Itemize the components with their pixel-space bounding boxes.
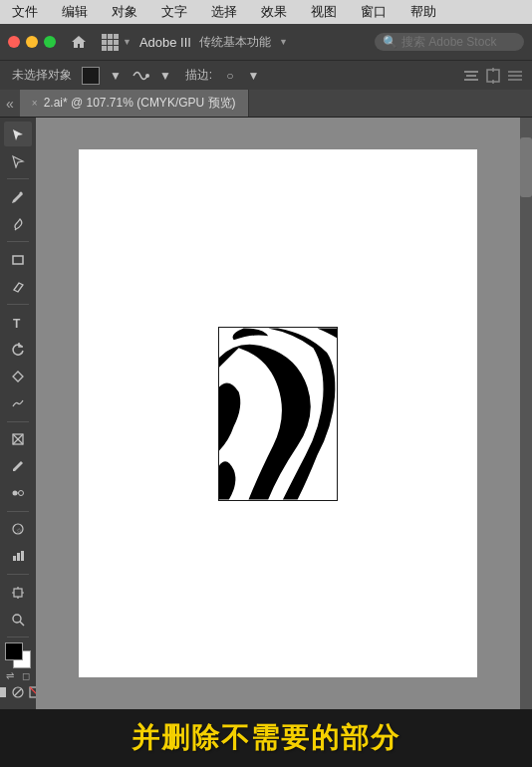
tab-scroll-left[interactable]: « bbox=[0, 90, 20, 117]
menu-view[interactable]: 视图 bbox=[307, 1, 341, 23]
menu-effect[interactable]: 效果 bbox=[257, 1, 291, 23]
properties-icon[interactable] bbox=[506, 67, 524, 85]
frame-tool-button[interactable] bbox=[4, 427, 32, 452]
minimize-window-button[interactable] bbox=[26, 36, 38, 48]
menu-object[interactable]: 对象 bbox=[108, 1, 141, 23]
rectangle-tool-button[interactable] bbox=[4, 247, 32, 272]
workspace-selector[interactable]: ▼ bbox=[102, 34, 132, 51]
close-window-button[interactable] bbox=[8, 36, 20, 48]
menu-help[interactable]: 帮助 bbox=[406, 1, 440, 23]
stroke-tool-icon[interactable] bbox=[132, 67, 149, 85]
direct-select-tool-button[interactable] bbox=[4, 148, 32, 173]
stock-search-input[interactable] bbox=[401, 35, 516, 49]
svg-rect-32 bbox=[0, 687, 6, 697]
bottom-text-overlay: 并删除不需要的部分 bbox=[0, 709, 532, 767]
artwork-container[interactable] bbox=[218, 327, 338, 501]
eyedropper-tool-button[interactable] bbox=[4, 454, 32, 479]
pen-tool-button[interactable] bbox=[4, 184, 32, 209]
menu-text[interactable]: 文字 bbox=[157, 1, 191, 23]
svg-line-31 bbox=[20, 622, 24, 626]
svg-point-30 bbox=[13, 615, 21, 623]
tool-separator-4 bbox=[7, 421, 29, 422]
swap-colors-icon[interactable]: ⇌ bbox=[6, 670, 14, 681]
tool-separator-7 bbox=[7, 637, 29, 638]
tool-separator-2 bbox=[7, 241, 29, 242]
swatch-controls: ⇌ ◻ bbox=[6, 670, 30, 681]
toolbar1: ▼ Adobe III 传统基本功能 ▼ 🔍 bbox=[0, 24, 532, 60]
color-tools-group: ⇌ ◻ bbox=[0, 642, 36, 705]
stroke-tool-caret[interactable]: ▼ bbox=[155, 67, 175, 85]
svg-line-11 bbox=[15, 229, 16, 230]
foreground-color-swatch[interactable] bbox=[5, 642, 23, 660]
artboard-tool-button[interactable] bbox=[4, 580, 32, 605]
symbol-tool-button[interactable]: ☆ bbox=[4, 517, 32, 542]
tab-close-button[interactable]: × bbox=[32, 98, 38, 109]
tool-separator-3 bbox=[7, 304, 29, 305]
svg-text:☆: ☆ bbox=[16, 527, 22, 534]
svg-point-17 bbox=[13, 491, 18, 496]
zoom-tool-button[interactable] bbox=[4, 607, 32, 632]
eraser-tool-button[interactable] bbox=[4, 274, 32, 299]
svg-point-18 bbox=[19, 491, 24, 496]
shape-tool-button[interactable] bbox=[4, 365, 32, 389]
workspace-preset-caret: ▼ bbox=[279, 37, 288, 47]
canvas-area[interactable] bbox=[36, 118, 520, 709]
none-icon[interactable] bbox=[28, 685, 36, 699]
warp-tool-button[interactable] bbox=[4, 391, 32, 416]
workspace-name-label: Adobe III bbox=[139, 35, 191, 50]
stock-search-box[interactable]: 🔍 bbox=[375, 33, 524, 51]
menu-select[interactable]: 选择 bbox=[207, 1, 241, 23]
stroke-value[interactable]: ○ bbox=[222, 67, 237, 85]
menu-window[interactable]: 窗口 bbox=[357, 1, 391, 23]
svg-text:T: T bbox=[13, 317, 21, 330]
fill-caret[interactable]: ▼ bbox=[106, 67, 126, 85]
svg-rect-3 bbox=[464, 79, 478, 81]
svg-point-10 bbox=[20, 191, 23, 194]
transform-icon[interactable] bbox=[484, 67, 502, 85]
traffic-lights bbox=[8, 36, 56, 48]
svg-rect-23 bbox=[17, 553, 20, 561]
svg-rect-24 bbox=[21, 551, 24, 561]
gradient-icon[interactable] bbox=[11, 685, 25, 699]
svg-rect-12 bbox=[13, 256, 23, 264]
search-icon: 🔍 bbox=[383, 35, 398, 49]
tool-separator-1 bbox=[7, 178, 29, 179]
svg-rect-1 bbox=[464, 71, 478, 73]
fill-color-swatch[interactable] bbox=[82, 67, 100, 85]
rotate-tool-button[interactable] bbox=[4, 337, 32, 362]
menu-bar: 文件 编辑 对象 文字 选择 效果 视图 窗口 帮助 bbox=[0, 0, 532, 24]
blend-tool-button[interactable] bbox=[4, 481, 32, 506]
tool-separator-6 bbox=[7, 574, 29, 575]
maximize-window-button[interactable] bbox=[44, 36, 56, 48]
stroke-label: 描边: bbox=[181, 65, 216, 86]
align-icons-group bbox=[462, 67, 524, 85]
stroke-caret[interactable]: ▼ bbox=[243, 67, 263, 85]
scroll-thumb[interactable] bbox=[520, 137, 532, 197]
left-toolbar: T ☆ bbox=[0, 118, 36, 709]
workspace-caret: ▼ bbox=[123, 37, 132, 47]
svg-rect-25 bbox=[14, 589, 22, 597]
right-scrollbar[interactable] bbox=[520, 118, 532, 709]
toolbar2: 未选择对象 ▼ ▼ 描边: ○ ▼ bbox=[0, 60, 532, 90]
main-area: T ☆ bbox=[0, 118, 532, 709]
brush-tool-button[interactable] bbox=[4, 211, 32, 236]
canvas-document bbox=[79, 149, 477, 677]
workspace-preset-label[interactable]: 传统基本功能 bbox=[199, 34, 271, 51]
home-button[interactable] bbox=[68, 31, 90, 53]
selection-label: 未选择对象 bbox=[8, 65, 76, 86]
tool-separator-5 bbox=[7, 511, 29, 512]
subtitle-text: 并删除不需要的部分 bbox=[132, 719, 400, 757]
active-tab[interactable]: × 2.ai* @ 107.71% (CMYK/GPU 预览) bbox=[20, 90, 249, 117]
type-tool-button[interactable]: T bbox=[4, 310, 32, 335]
fg-bg-swatch[interactable] bbox=[5, 642, 31, 668]
artwork-svg bbox=[219, 328, 337, 500]
graph-tool-button[interactable] bbox=[4, 544, 32, 569]
menu-edit[interactable]: 编辑 bbox=[58, 1, 92, 23]
fill-box-icon[interactable] bbox=[0, 685, 8, 699]
menu-file[interactable]: 文件 bbox=[8, 1, 42, 23]
selection-tool-button[interactable] bbox=[4, 122, 32, 146]
reset-colors-icon[interactable]: ◻ bbox=[22, 670, 30, 681]
align-icon[interactable] bbox=[462, 67, 480, 85]
svg-rect-2 bbox=[466, 75, 476, 77]
tab-bar: « × 2.ai* @ 107.71% (CMYK/GPU 预览) bbox=[0, 90, 532, 118]
